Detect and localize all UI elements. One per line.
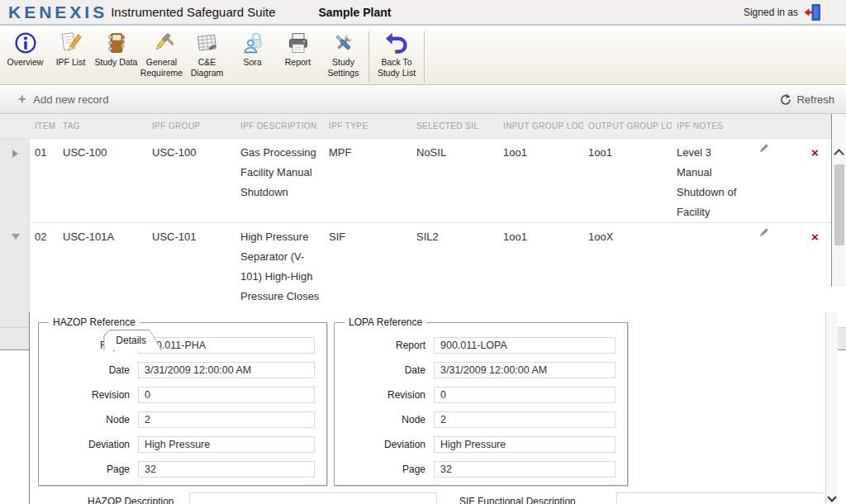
study-settings-button[interactable]: Study Settings [321, 30, 365, 78]
document-pencil-icon [59, 30, 83, 56]
cell-ipf-group: USC-101 [147, 223, 235, 326]
table-row[interactable]: 01 USC-100 USC-100 Gas Processing Facili… [0, 139, 831, 223]
toolbar-button-label: C&E Diagram [185, 57, 229, 78]
sif-functional-description-label: SIF Functional Description [459, 496, 576, 504]
delete-row-button[interactable]: × [797, 139, 831, 222]
column-header-ipf-group[interactable]: IPF GROUP [147, 121, 235, 131]
hazop-reference-group: HAZOP Reference Report 900.011-PHA Date … [38, 322, 327, 486]
panel-vertical-scrollbar[interactable] [825, 312, 838, 504]
signed-in-label: Signed in as [744, 7, 798, 18]
refresh-icon [779, 93, 791, 106]
refresh-label: Refresh [796, 93, 834, 106]
pencil-hammer-icon [150, 30, 173, 56]
column-header-item[interactable]: ITEM [30, 121, 58, 131]
column-header-ipf-notes[interactable]: IPF NOTES [672, 121, 753, 131]
field-row: Date 3/31/2009 12:00:00 AM [335, 361, 615, 379]
cell-input-group-logic: 1oo1 [498, 139, 583, 222]
undo-arrow-icon [385, 30, 408, 56]
general-requirements-button[interactable]: General Requireme [140, 30, 183, 78]
field-row: Page 32 [39, 460, 315, 478]
lopa-reference-group: LOPA Reference Report 900.011-LOPA Date … [334, 322, 628, 486]
lopa-node-field[interactable]: 2 [434, 411, 615, 428]
report-button[interactable]: Report [276, 30, 320, 68]
toolbar-button-label: Study Data [95, 57, 138, 68]
row-expander[interactable] [0, 139, 30, 222]
hazop-reference-title: HAZOP Reference [49, 316, 140, 328]
field-row: Deviation High Pressure [335, 435, 615, 454]
cell-item: 02 [30, 223, 58, 326]
refresh-button[interactable]: Refresh [779, 93, 834, 106]
column-header-ipf-type[interactable]: IPF TYPE [324, 121, 411, 131]
field-row: Node 2 [39, 411, 315, 429]
hazop-description-label: HAZOP Description [88, 496, 173, 504]
toolbar-button-label: Overview [7, 57, 44, 68]
sif-functional-description-field[interactable] [616, 492, 827, 504]
cell-output-group-logic: 1ooX [583, 223, 672, 326]
user-lock-icon [241, 30, 264, 56]
cell-tag: USC-100 [58, 139, 147, 222]
hazop-page-field[interactable]: 32 [138, 461, 315, 478]
field-row: Revision 0 [39, 386, 315, 404]
column-header-selected-sil[interactable]: SELECTED SIL [411, 121, 498, 131]
cell-item: 01 [30, 139, 58, 222]
column-header-output-group-logic[interactable]: OUTPUT GROUP LOGIC [583, 121, 672, 131]
column-header-tag[interactable]: TAG [58, 121, 147, 131]
add-new-record-button[interactable]: + Add new record [18, 92, 108, 107]
notebook-icon [105, 30, 128, 56]
cell-ipf-description: Gas Processing Facility Manual Shutdown [235, 139, 324, 222]
toolbar-separator [424, 31, 425, 83]
toolbar-button-label: Report [285, 57, 311, 68]
kenexis-logo: KENEXIS [8, 2, 107, 22]
cell-ipf-type: SIF [324, 223, 411, 326]
hazop-date-field[interactable]: 3/31/2009 12:00:00 AM [138, 362, 315, 378]
app-header: KENEXIS Instrumented Safeguard Suite Sam… [0, 0, 846, 26]
toolbar-button-label: IPF List [56, 57, 86, 68]
cell-ipf-description: High Pressure Separator (V-101) High-Hig… [235, 223, 324, 326]
add-new-record-label: Add new record [33, 93, 108, 106]
field-row: Page 32 [335, 460, 615, 478]
sora-button[interactable]: Sora [231, 30, 274, 68]
cell-ipf-notes [672, 223, 753, 326]
cell-selected-sil: NoSIL [411, 139, 498, 222]
cell-selected-sil: SIL2 [411, 223, 498, 326]
overview-button[interactable]: Overview [3, 30, 47, 68]
signed-in-button[interactable]: Signed in as [744, 2, 821, 22]
toolbar-button-label: Back To Study List [373, 57, 421, 78]
scrollbar-thumb[interactable] [834, 164, 844, 245]
toolbar-separator [368, 31, 369, 83]
scroll-down-arrow-icon[interactable] [827, 492, 836, 502]
column-header-ipf-description[interactable]: IPF DESCRIPTION [235, 121, 324, 131]
door-exit-icon [803, 2, 821, 22]
lopa-revision-field[interactable]: 0 [434, 387, 615, 403]
lopa-reference-title: LOPA Reference [345, 316, 426, 328]
hazop-node-field[interactable]: 2 [138, 411, 315, 428]
grid-toolbar: + Add new record Refresh [0, 85, 846, 114]
hazop-description-field[interactable] [189, 492, 437, 504]
field-row: Node 2 [335, 411, 615, 429]
cell-tag: USC-101A [58, 223, 147, 326]
field-row: Report 900.011-LOPA [335, 336, 615, 354]
field-row: Report 900.011-PHA [39, 336, 315, 354]
lopa-report-field[interactable]: 900.011-LOPA [434, 337, 615, 354]
back-to-study-list-button[interactable]: Back To Study List [373, 30, 421, 78]
study-data-button[interactable]: Study Data [94, 30, 138, 68]
ipf-list-button[interactable]: IPF List [49, 30, 93, 68]
lopa-page-field[interactable]: 32 [434, 461, 615, 478]
cell-ipf-type: MPF [324, 139, 411, 222]
hazop-revision-field[interactable]: 0 [138, 387, 315, 403]
grid-header-row: ITEM TAG IPF GROUP IPF DESCRIPTION IPF T… [0, 114, 831, 139]
column-header-input-group-logic[interactable]: INPUT GROUP LOGIC [498, 121, 583, 131]
scroll-up-arrow-icon[interactable] [834, 149, 844, 159]
grid-vertical-scrollbar[interactable] [831, 114, 846, 287]
edit-row-button[interactable] [753, 139, 797, 222]
lopa-date-field[interactable]: 3/31/2009 12:00:00 AM [434, 362, 615, 378]
edit-row-button[interactable] [753, 223, 797, 326]
lopa-deviation-field[interactable]: High Pressure [434, 436, 615, 453]
kenexis-app-window: KENEXIS Instrumented Safeguard Suite Sam… [0, 0, 846, 504]
row-expander[interactable] [0, 223, 30, 326]
ce-diagram-button[interactable]: C&E Diagram [185, 30, 229, 78]
hazop-deviation-field[interactable]: High Pressure [138, 436, 315, 453]
delete-row-button[interactable]: × [797, 223, 831, 326]
ribbon-toolbar: Overview IPF List [0, 26, 846, 85]
hazop-report-field[interactable]: 900.011-PHA [138, 337, 315, 354]
